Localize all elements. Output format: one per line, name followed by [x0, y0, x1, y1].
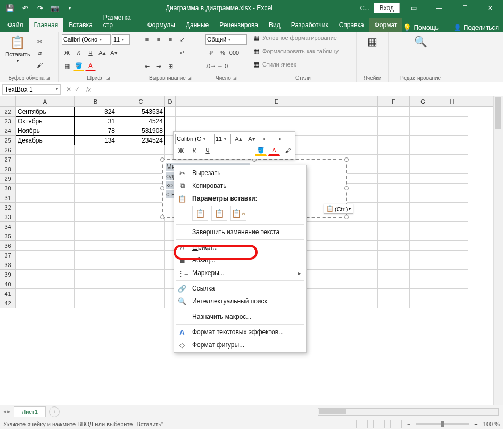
- resize-handle-nw[interactable]: [160, 157, 164, 162]
- cell-styles-button[interactable]: Стили ячеек: [262, 61, 296, 68]
- ctx-bullets[interactable]: ⋮≡Маркеры...▸: [174, 267, 306, 279]
- cell[interactable]: [436, 241, 468, 251]
- cell[interactable]: [117, 193, 165, 203]
- cell[interactable]: [410, 289, 436, 298]
- close-button[interactable]: ✕: [479, 0, 502, 16]
- decrease-indent-icon[interactable]: ⇤: [142, 61, 152, 71]
- row-header[interactable]: 26: [0, 145, 16, 155]
- format-as-table-icon[interactable]: ▦: [253, 47, 259, 55]
- cell[interactable]: [378, 212, 410, 222]
- cell[interactable]: [75, 289, 117, 298]
- cell[interactable]: [75, 174, 117, 184]
- sheet-nav-prev-icon[interactable]: ◂: [3, 408, 6, 415]
- share-label[interactable]: Поделиться: [464, 24, 499, 31]
- tab-review[interactable]: Рецензирова: [214, 18, 263, 32]
- cell[interactable]: [436, 184, 468, 193]
- row-header[interactable]: 27: [0, 155, 16, 164]
- login-button[interactable]: Вход: [374, 3, 400, 13]
- view-page-break-icon[interactable]: [390, 420, 402, 428]
- cell[interactable]: [378, 107, 410, 117]
- ctx-text-effects-format[interactable]: AФормат текстовых эффектов...: [174, 326, 306, 338]
- column-header-H[interactable]: H: [436, 96, 468, 106]
- zoom-level[interactable]: 100 %: [483, 421, 500, 427]
- italic-button[interactable]: К: [73, 47, 84, 58]
- paste-button[interactable]: 📋 Вставить ▾: [3, 34, 32, 70]
- sheet-nav-next-icon[interactable]: ▸: [7, 408, 11, 415]
- camera-icon[interactable]: 📷: [49, 2, 61, 14]
- ctx-assign-macro[interactable]: Назначить макрос...: [174, 310, 306, 323]
- cell[interactable]: [436, 155, 468, 164]
- mini-size-combo[interactable]: 11▾: [214, 134, 231, 144]
- column-header-E[interactable]: E: [176, 96, 378, 106]
- ctx-link[interactable]: 🔗Ссылка: [174, 282, 306, 295]
- cell[interactable]: [75, 203, 117, 212]
- ctx-paragraph[interactable]: ≣Абзац...: [174, 254, 306, 267]
- sheet-tab-1[interactable]: Лист1: [14, 406, 46, 417]
- cell[interactable]: [117, 298, 165, 308]
- cell[interactable]: [16, 164, 75, 174]
- cell[interactable]: [378, 184, 410, 193]
- cell[interactable]: 4524: [117, 117, 165, 126]
- ribbon-display-icon[interactable]: ▭: [402, 0, 425, 16]
- cell[interactable]: [378, 270, 410, 279]
- cell[interactable]: [410, 193, 436, 203]
- cell[interactable]: [75, 212, 117, 222]
- align-left-icon[interactable]: ≡: [142, 47, 152, 58]
- cancel-entry-icon[interactable]: ✕: [66, 86, 71, 93]
- increase-decimal-icon[interactable]: .0→: [205, 61, 216, 71]
- cell[interactable]: [75, 231, 117, 241]
- row-header[interactable]: 25: [0, 136, 16, 145]
- cell[interactable]: [176, 117, 378, 126]
- cell[interactable]: [378, 145, 410, 155]
- cell[interactable]: [378, 164, 410, 174]
- cell[interactable]: [117, 155, 165, 164]
- cell[interactable]: [436, 203, 468, 212]
- cell[interactable]: [436, 107, 468, 117]
- cell[interactable]: [117, 270, 165, 279]
- cell[interactable]: [117, 241, 165, 251]
- cell[interactable]: [436, 126, 468, 136]
- row-header[interactable]: 39: [0, 270, 16, 279]
- clipboard-launcher-icon[interactable]: ◢: [46, 76, 50, 80]
- resize-handle-se[interactable]: [344, 215, 349, 219]
- ctx-copy[interactable]: ⧉Копировать: [174, 179, 306, 192]
- add-sheet-button[interactable]: +: [49, 406, 60, 417]
- vertical-scrollbar[interactable]: [493, 96, 503, 405]
- mini-format-painter-icon[interactable]: 🖌: [282, 145, 293, 156]
- cell[interactable]: [436, 270, 468, 279]
- editing-button[interactable]: 🔍: [392, 34, 449, 49]
- cell[interactable]: [378, 136, 410, 145]
- cell[interactable]: [378, 279, 410, 289]
- zoom-in-button[interactable]: +: [474, 421, 477, 427]
- tab-help[interactable]: Справка: [334, 18, 369, 32]
- align-center-icon[interactable]: ≡: [153, 47, 164, 58]
- cell[interactable]: [410, 241, 436, 251]
- row-header[interactable]: 28: [0, 164, 16, 174]
- border-button[interactable]: ▦: [62, 61, 72, 71]
- row-header[interactable]: 42: [0, 298, 16, 308]
- resize-handle-e[interactable]: [344, 186, 349, 190]
- cell[interactable]: [410, 279, 436, 289]
- cell[interactable]: [410, 203, 436, 212]
- cell[interactable]: [117, 251, 165, 260]
- cell[interactable]: [436, 260, 468, 270]
- qat-dropdown-icon[interactable]: ▾: [64, 2, 76, 14]
- cell[interactable]: [410, 184, 436, 193]
- cell[interactable]: [117, 279, 165, 289]
- cell[interactable]: [410, 117, 436, 126]
- ctx-font[interactable]: AШрифт...: [174, 241, 306, 254]
- row-header[interactable]: 38: [0, 260, 16, 270]
- cell[interactable]: 31: [75, 117, 117, 126]
- resize-handle-sw[interactable]: [160, 215, 164, 219]
- cell[interactable]: [436, 298, 468, 308]
- cell[interactable]: [378, 117, 410, 126]
- currency-icon[interactable]: ₽: [205, 47, 216, 58]
- cell[interactable]: 134: [75, 136, 117, 145]
- resize-handle-w[interactable]: [160, 186, 164, 190]
- horizontal-scrollbar[interactable]: [318, 408, 499, 416]
- tab-file[interactable]: Файл: [2, 18, 29, 32]
- format-painter-icon[interactable]: 🖌: [35, 60, 45, 70]
- row-header[interactable]: 34: [0, 222, 16, 231]
- cell[interactable]: [75, 184, 117, 193]
- cell[interactable]: Сентябрь: [16, 107, 75, 117]
